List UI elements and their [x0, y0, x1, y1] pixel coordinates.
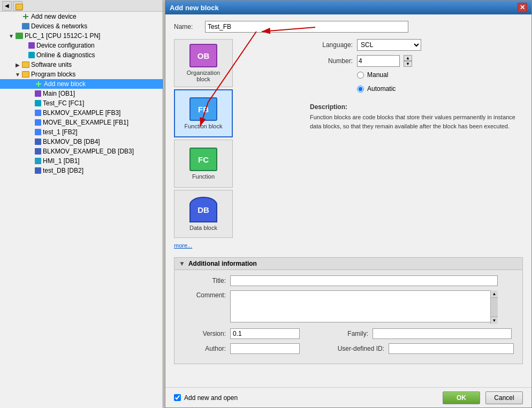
- automatic-radio[interactable]: [357, 86, 364, 93]
- description-section: Description: Function blocks are code bl…: [310, 103, 523, 130]
- fb-label: Function block: [185, 123, 223, 129]
- software-units-icon: [22, 61, 29, 68]
- scroll-up-btn[interactable]: ▲: [491, 290, 498, 298]
- block-area: OB Organizationblock FB Function block: [174, 39, 523, 249]
- name-input[interactable]: [205, 21, 408, 33]
- sidebar-item-blkmov-fb3[interactable]: BLKMOV_EXAMPLE [FB3]: [0, 108, 163, 118]
- scroll-down-btn[interactable]: ▼: [491, 317, 498, 324]
- fb-icon-container: FB: [189, 97, 217, 121]
- additional-info-header[interactable]: ▼ Additional information: [174, 257, 523, 270]
- more-link[interactable]: more...: [174, 242, 233, 249]
- add-and-open-checkbox[interactable]: [174, 394, 181, 401]
- author-label: Author:: [183, 345, 226, 352]
- main-ob1-label: Main [OB1]: [43, 90, 75, 97]
- hmi-db1-label: HMI_1 [DB1]: [43, 157, 80, 165]
- sidebar-item-device-config[interactable]: Device configuration: [0, 41, 163, 50]
- move-fb1-label: MOVE_BLK_EXAMPLE [FB1]: [43, 119, 128, 126]
- main-ob1-icon: [35, 90, 41, 97]
- test-db2-label: test_DB [DB2]: [43, 167, 83, 174]
- automatic-radio-label[interactable]: Automatic: [357, 85, 396, 93]
- sidebar-item-test-db2[interactable]: test_DB [DB2]: [0, 166, 163, 175]
- language-label: Language:: [310, 41, 353, 49]
- ob-block-item[interactable]: OB Organizationblock: [174, 39, 233, 87]
- sidebar-item-test-fc1[interactable]: Test_FC [FC1]: [0, 98, 163, 108]
- online-diag-label: Online & diagnostics: [36, 51, 95, 59]
- fb-block-icon: FB: [189, 97, 217, 121]
- db-label: Data block: [189, 225, 217, 231]
- title-input[interactable]: [230, 275, 498, 286]
- fc-block-item[interactable]: FC Function: [174, 140, 233, 188]
- sidebar-item-plc1[interactable]: ▼ PLC_1 [CPU 1512C-1 PN]: [0, 31, 163, 41]
- fc-block-icon: FC: [189, 148, 217, 171]
- close-button[interactable]: ✕: [518, 3, 527, 12]
- automatic-radio-row: Automatic: [357, 85, 523, 95]
- sidebar-item-test1-fb2[interactable]: test_1 [FB2]: [0, 127, 163, 137]
- title-row: Title:: [183, 275, 514, 286]
- version-input[interactable]: [230, 328, 300, 339]
- test1-fb2-icon: [35, 129, 41, 135]
- description-text: Function blocks are code blocks that sto…: [310, 113, 523, 130]
- sidebar-item-move-fb1[interactable]: MOVE_BLK_EXAMPLE [FB1]: [0, 118, 163, 127]
- software-units-label: Software units: [31, 61, 72, 68]
- name-label: Name:: [174, 23, 201, 30]
- user-id-input[interactable]: [389, 343, 514, 354]
- ob-icon-container: OB: [189, 44, 217, 67]
- automatic-label: Automatic: [367, 85, 396, 93]
- cancel-button[interactable]: Cancel: [485, 391, 523, 404]
- dialog-titlebar: Add new block ✕: [165, 1, 531, 14]
- device-config-label: Device configuration: [36, 42, 95, 49]
- back-button[interactable]: ◀: [2, 1, 12, 11]
- textarea-scrollbar[interactable]: ▲ ▼: [490, 290, 498, 324]
- comment-field-label: Comment:: [183, 290, 226, 299]
- spinner-down-button[interactable]: ▼: [404, 61, 412, 67]
- sidebar-item-devices-networks[interactable]: Devices & networks: [0, 21, 163, 31]
- plc-icon: [16, 33, 23, 39]
- author-userid-row: Author: User-defined ID:: [183, 343, 514, 354]
- sidebar-item-blkmov-db3[interactable]: BLKMOV_EXAMPLE_DB [DB3]: [0, 147, 163, 156]
- version-family-row: Version: Family:: [183, 328, 514, 339]
- sidebar-item-program-blocks[interactable]: ▼ Program blocks: [0, 70, 163, 79]
- sidebar-item-main-ob1[interactable]: Main [OB1]: [0, 89, 163, 98]
- ob-label: Organizationblock: [187, 70, 220, 82]
- description-title: Description:: [310, 103, 523, 111]
- collapse-arrow-icon: ▼: [179, 260, 185, 267]
- number-row: Number: ▲ ▼: [310, 55, 523, 67]
- scroll-track: [491, 298, 498, 317]
- db-icon-container: DB: [189, 197, 217, 222]
- family-input[interactable]: [373, 328, 512, 339]
- sidebar-item-software-units[interactable]: ▶ Software units: [0, 60, 163, 70]
- sidebar-item-add-device[interactable]: Add new device: [0, 12, 163, 21]
- blkmov-fb3-label: BLKMOV_EXAMPLE [FB3]: [43, 109, 120, 117]
- manual-radio-label[interactable]: Manual: [357, 71, 388, 79]
- add-block-icon: [35, 80, 42, 88]
- fc-type-label: FC: [198, 155, 209, 164]
- fc-icon-container: FC: [189, 148, 217, 171]
- devices-label: Devices & networks: [31, 22, 87, 30]
- add-and-open-checkbox-row[interactable]: Add new and open: [174, 394, 238, 402]
- move-fb1-icon: [35, 119, 41, 126]
- sidebar-item-add-new-block[interactable]: Add new block: [0, 79, 163, 89]
- blkmov-db4-icon: [35, 138, 41, 145]
- sidebar-item-blkmov-db4[interactable]: BLKMOV_DB [DB4]: [0, 137, 163, 147]
- spinner-up-button[interactable]: ▲: [404, 55, 412, 61]
- language-row: Language: SCL LAD FBD STL GRAPH: [310, 39, 523, 51]
- test-fc1-label: Test_FC [FC1]: [43, 99, 84, 107]
- db-block-item[interactable]: DB Data block: [174, 190, 233, 238]
- language-select[interactable]: SCL LAD FBD STL GRAPH: [357, 39, 421, 51]
- author-input[interactable]: [230, 343, 300, 354]
- ok-button[interactable]: OK: [443, 391, 480, 404]
- number-input[interactable]: [357, 55, 400, 67]
- sidebar-item-online-diag[interactable]: Online & diagnostics: [0, 50, 163, 60]
- db-block-icon: DB: [189, 197, 217, 222]
- number-label: Number:: [310, 57, 353, 65]
- comment-textarea-container: ▲ ▼: [230, 290, 498, 324]
- version-label: Version:: [183, 330, 226, 337]
- sidebar-item-hmi-db1[interactable]: HMI_1 [DB1]: [0, 156, 163, 166]
- add-new-block-dialog: Add new block ✕ Name: OB Organizationblo…: [165, 0, 532, 408]
- name-row: Name:: [174, 21, 523, 33]
- additional-info-title: Additional information: [188, 260, 257, 267]
- fb-block-item[interactable]: FB Function block: [174, 89, 233, 137]
- add-device-icon: [22, 13, 29, 20]
- manual-radio[interactable]: [357, 72, 364, 79]
- comment-textarea[interactable]: [230, 290, 498, 322]
